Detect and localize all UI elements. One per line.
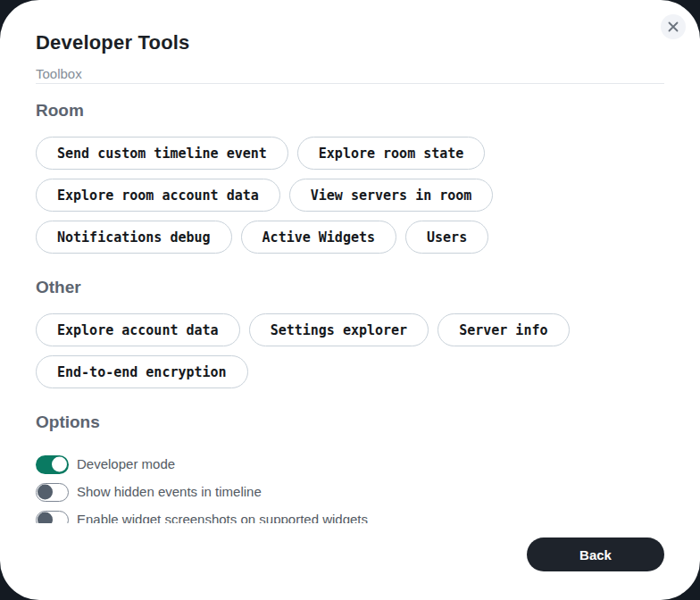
devtools-button[interactable]: Active Widgets xyxy=(241,221,396,254)
toggle-knob xyxy=(52,457,67,472)
devtools-section: Room Send custom timeline eventExplore r… xyxy=(36,100,664,254)
dialog-subtitle: Toolbox xyxy=(36,65,664,83)
section-button-group: Explore account dataSettings explorerSer… xyxy=(36,313,664,388)
developer-tools-dialog: Developer Tools Toolbox Room Send custom… xyxy=(0,0,700,600)
section-heading: Room xyxy=(36,100,664,121)
toggle-row: Enable widget screenshots on supported w… xyxy=(36,510,664,523)
button-sections: Room Send custom timeline eventExplore r… xyxy=(36,100,664,388)
section-button-group: Send custom timeline eventExplore room s… xyxy=(36,137,664,254)
devtools-button[interactable]: Server info xyxy=(438,313,569,346)
devtools-button[interactable]: Users xyxy=(405,221,488,254)
devtools-button[interactable]: End-to-end encryption xyxy=(36,355,248,388)
toggle-row: Developer mode xyxy=(36,454,664,474)
close-icon xyxy=(668,21,679,32)
devtools-section: Other Explore account dataSettings explo… xyxy=(36,277,664,388)
dialog-scroll-area[interactable]: Room Send custom timeline eventExplore r… xyxy=(36,84,664,523)
close-button[interactable] xyxy=(661,14,686,39)
toggle-switch[interactable] xyxy=(36,511,69,524)
devtools-button[interactable]: Explore account data xyxy=(36,313,240,346)
toggle-label: Developer mode xyxy=(77,455,175,473)
section-heading-options: Options xyxy=(36,412,664,433)
devtools-button[interactable]: Settings explorer xyxy=(249,313,429,346)
devtools-button[interactable]: View servers in room xyxy=(289,179,494,212)
dialog-header: Developer Tools Toolbox xyxy=(0,0,700,83)
toggle-label: Show hidden events in timeline xyxy=(77,483,262,501)
section-heading: Other xyxy=(36,277,664,298)
devtools-button[interactable]: Send custom timeline event xyxy=(36,137,288,170)
toggle-row: Show hidden events in timeline xyxy=(36,482,664,502)
devtools-button[interactable]: Notifications debug xyxy=(36,221,232,254)
toggle-label: Enable widget screenshots on supported w… xyxy=(77,511,368,523)
back-button[interactable]: Back xyxy=(527,538,664,571)
dialog-footer: Back xyxy=(527,538,664,571)
devtools-button[interactable]: Explore room state xyxy=(297,137,486,170)
page-title: Developer Tools xyxy=(36,30,664,55)
toggle-switch[interactable] xyxy=(36,455,69,474)
options-toggle-list: Developer mode Show hidden events in tim… xyxy=(36,454,664,523)
devtools-button[interactable]: Explore room account data xyxy=(36,179,280,212)
toggle-switch[interactable] xyxy=(36,483,69,502)
toggle-knob xyxy=(38,512,53,524)
toggle-knob xyxy=(38,485,53,500)
